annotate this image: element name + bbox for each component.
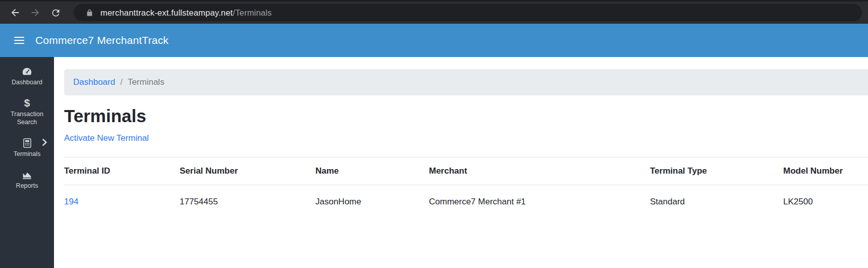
breadcrumb-current: Terminals [128,77,165,87]
breadcrumb-separator: / [120,77,123,87]
sidebar-item-label: Terminals [14,150,41,158]
terminal-id-link[interactable]: 194 [64,197,78,206]
browser-toolbar: merchanttrack-ext.fullsteampay.net/Termi… [0,0,868,24]
sidebar-item-transaction-search[interactable]: $ Transaction Search [0,92,54,132]
reload-icon [50,8,61,18]
app-title: Commerce7 MerchantTrack [35,34,169,46]
table-row: 194 17754455 JasonHome Commerce7 Merchan… [64,185,868,217]
sidebar-item-reports[interactable]: Reports [0,164,54,195]
back-arrow-icon [10,7,21,18]
url-path: /Terminals [233,8,272,17]
cell-merchant: Commerce7 Merchant #1 [429,185,650,217]
address-bar[interactable]: merchanttrack-ext.fullsteampay.net/Termi… [74,4,862,21]
breadcrumb: Dashboard / Terminals [64,69,868,95]
sidebar-item-dashboard[interactable]: Dashboard [0,60,54,92]
page-title: Terminals [64,106,868,126]
calculator-icon [22,137,32,148]
table-header-row: Terminal ID Serial Number Name Merchant … [64,157,868,185]
cell-terminal-id: 194 [64,185,180,217]
url-text: merchanttrack-ext.fullsteampay.net/Termi… [100,8,272,18]
gauge-icon [22,66,32,77]
back-button[interactable] [6,4,24,22]
reload-button[interactable] [46,4,65,22]
forward-arrow-icon [30,7,41,18]
main-content: Dashboard / Terminals Terminals Activate… [54,57,868,268]
app-header: Commerce7 MerchantTrack [0,24,868,57]
column-header-serial-number: Serial Number [180,157,315,185]
breadcrumb-link-dashboard[interactable]: Dashboard [73,77,115,87]
column-header-terminal-type: Terminal Type [650,157,783,185]
column-header-model-number: Model Number [783,157,868,185]
column-header-terminal-id: Terminal ID [64,157,180,185]
activate-new-terminal-link[interactable]: Activate New Terminal [64,133,149,143]
terminals-table: Terminal ID Serial Number Name Merchant … [64,157,868,216]
cell-name: JasonHome [315,185,429,217]
hamburger-menu-icon[interactable] [14,37,24,44]
forward-button[interactable] [26,4,44,22]
sidebar-item-label: Dashboard [12,78,42,86]
cell-model-number: LK2500 [783,185,868,217]
sidebar-item-terminals[interactable]: Terminals [0,132,54,164]
sidebar-item-label: Transaction Search [6,110,48,126]
chart-area-icon [22,169,32,180]
column-header-merchant: Merchant [429,157,650,185]
column-header-name: Name [315,157,429,185]
lock-icon [86,9,93,17]
cell-serial-number: 17754455 [180,185,315,217]
sidebar-nav: Dashboard $ Transaction Search Terminals [0,57,54,268]
dollar-icon: $ [24,97,30,109]
sidebar-item-label: Reports [16,182,38,190]
chevron-right-icon [42,139,47,146]
cell-terminal-type: Standard [650,185,783,217]
url-host: merchanttrack-ext.fullsteampay.net [100,8,233,17]
